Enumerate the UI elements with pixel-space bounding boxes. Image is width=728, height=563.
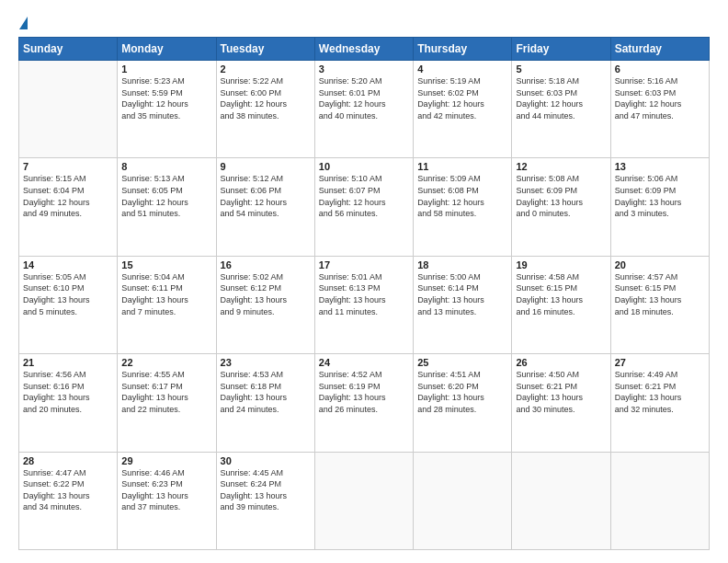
logo-triangle-icon <box>19 17 28 29</box>
day-info: Sunrise: 5:16 AMSunset: 6:03 PMDaylight:… <box>615 75 705 121</box>
day-info: Sunrise: 5:10 AMSunset: 6:07 PMDaylight:… <box>319 173 409 219</box>
day-info: Sunrise: 5:12 AMSunset: 6:06 PMDaylight:… <box>221 173 311 219</box>
day-number: 25 <box>417 357 507 368</box>
day-info: Sunrise: 5:13 AMSunset: 6:05 PMDaylight:… <box>121 173 211 219</box>
day-info: Sunrise: 5:05 AMSunset: 6:10 PMDaylight:… <box>23 271 113 317</box>
day-info: Sunrise: 4:58 AMSunset: 6:15 PMDaylight:… <box>516 271 606 317</box>
calendar-cell: 17Sunrise: 5:01 AMSunset: 6:13 PMDayligh… <box>314 256 413 353</box>
day-info: Sunrise: 4:53 AMSunset: 6:18 PMDaylight:… <box>221 369 311 415</box>
calendar-cell: 11Sunrise: 5:09 AMSunset: 6:08 PMDayligh… <box>414 158 512 256</box>
calendar-cell <box>19 61 118 158</box>
day-info: Sunrise: 5:02 AMSunset: 6:12 PMDaylight:… <box>221 271 311 317</box>
calendar-header-saturday: Saturday <box>610 38 709 61</box>
calendar-cell: 7Sunrise: 5:15 AMSunset: 6:04 PMDaylight… <box>19 158 118 256</box>
calendar-header-monday: Monday <box>118 38 216 61</box>
calendar-header-friday: Friday <box>512 38 610 61</box>
calendar-cell: 27Sunrise: 4:49 AMSunset: 6:21 PMDayligh… <box>610 354 709 452</box>
calendar-table: SundayMondayTuesdayWednesdayThursdayFrid… <box>18 37 710 550</box>
calendar-cell: 16Sunrise: 5:02 AMSunset: 6:12 PMDayligh… <box>216 256 314 353</box>
calendar-cell: 5Sunrise: 5:18 AMSunset: 6:03 PMDaylight… <box>512 61 610 158</box>
calendar-cell: 22Sunrise: 4:55 AMSunset: 6:17 PMDayligh… <box>118 354 216 452</box>
calendar-cell: 2Sunrise: 5:22 AMSunset: 6:00 PMDaylight… <box>216 61 314 158</box>
day-number: 16 <box>221 259 311 270</box>
day-info: Sunrise: 5:06 AMSunset: 6:09 PMDaylight:… <box>615 173 705 219</box>
calendar-row-4: 21Sunrise: 4:56 AMSunset: 6:16 PMDayligh… <box>19 354 710 452</box>
calendar-cell <box>314 452 413 549</box>
calendar-cell: 24Sunrise: 4:52 AMSunset: 6:19 PMDayligh… <box>314 354 413 452</box>
calendar-header-row: SundayMondayTuesdayWednesdayThursdayFrid… <box>19 38 710 61</box>
day-info: Sunrise: 4:46 AMSunset: 6:23 PMDaylight:… <box>121 467 211 513</box>
day-number: 11 <box>417 161 507 172</box>
day-info: Sunrise: 5:15 AMSunset: 6:04 PMDaylight:… <box>23 173 113 219</box>
day-info: Sunrise: 4:50 AMSunset: 6:21 PMDaylight:… <box>516 369 606 415</box>
day-number: 19 <box>516 259 606 270</box>
calendar-cell <box>610 452 709 549</box>
calendar-cell: 28Sunrise: 4:47 AMSunset: 6:22 PMDayligh… <box>19 452 118 549</box>
calendar-cell: 12Sunrise: 5:08 AMSunset: 6:09 PMDayligh… <box>512 158 610 256</box>
day-info: Sunrise: 4:51 AMSunset: 6:20 PMDaylight:… <box>417 369 507 415</box>
calendar-cell <box>512 452 610 549</box>
calendar-cell: 3Sunrise: 5:20 AMSunset: 6:01 PMDaylight… <box>314 61 413 158</box>
calendar-cell: 23Sunrise: 4:53 AMSunset: 6:18 PMDayligh… <box>216 354 314 452</box>
calendar-cell: 13Sunrise: 5:06 AMSunset: 6:09 PMDayligh… <box>610 158 709 256</box>
day-number: 8 <box>121 161 211 172</box>
day-info: Sunrise: 4:56 AMSunset: 6:16 PMDaylight:… <box>23 369 113 415</box>
day-info: Sunrise: 4:47 AMSunset: 6:22 PMDaylight:… <box>23 467 113 513</box>
calendar-row-3: 14Sunrise: 5:05 AMSunset: 6:10 PMDayligh… <box>19 256 710 353</box>
day-info: Sunrise: 5:04 AMSunset: 6:11 PMDaylight:… <box>121 271 211 317</box>
day-number: 10 <box>319 161 409 172</box>
calendar-row-5: 28Sunrise: 4:47 AMSunset: 6:22 PMDayligh… <box>19 452 710 549</box>
day-number: 2 <box>221 63 311 75</box>
day-number: 13 <box>615 161 705 172</box>
day-info: Sunrise: 5:19 AMSunset: 6:02 PMDaylight:… <box>417 75 507 121</box>
calendar-header-tuesday: Tuesday <box>216 38 314 61</box>
calendar-header-thursday: Thursday <box>414 38 512 61</box>
day-number: 12 <box>516 161 606 172</box>
day-number: 7 <box>23 161 113 172</box>
calendar-cell: 9Sunrise: 5:12 AMSunset: 6:06 PMDaylight… <box>216 158 314 256</box>
day-info: Sunrise: 4:45 AMSunset: 6:24 PMDaylight:… <box>221 467 311 513</box>
calendar-header-sunday: Sunday <box>19 38 118 61</box>
calendar-cell: 29Sunrise: 4:46 AMSunset: 6:23 PMDayligh… <box>118 452 216 549</box>
calendar-row-2: 7Sunrise: 5:15 AMSunset: 6:04 PMDaylight… <box>19 158 710 256</box>
day-info: Sunrise: 4:57 AMSunset: 6:15 PMDaylight:… <box>615 271 705 317</box>
day-number: 17 <box>319 259 409 270</box>
day-number: 22 <box>121 357 211 368</box>
day-number: 1 <box>121 63 211 75</box>
calendar-cell: 4Sunrise: 5:19 AMSunset: 6:02 PMDaylight… <box>414 61 512 158</box>
day-info: Sunrise: 5:00 AMSunset: 6:14 PMDaylight:… <box>417 271 507 317</box>
day-number: 18 <box>417 259 507 270</box>
day-number: 3 <box>319 63 409 75</box>
day-info: Sunrise: 5:01 AMSunset: 6:13 PMDaylight:… <box>319 271 409 317</box>
day-number: 14 <box>23 259 113 270</box>
day-info: Sunrise: 4:52 AMSunset: 6:19 PMDaylight:… <box>319 369 409 415</box>
calendar-cell: 14Sunrise: 5:05 AMSunset: 6:10 PMDayligh… <box>19 256 118 353</box>
day-number: 24 <box>319 357 409 368</box>
day-info: Sunrise: 5:23 AMSunset: 5:59 PMDaylight:… <box>121 75 211 121</box>
day-info: Sunrise: 5:08 AMSunset: 6:09 PMDaylight:… <box>516 173 606 219</box>
day-number: 5 <box>516 63 606 75</box>
day-number: 23 <box>221 357 311 368</box>
day-number: 15 <box>121 259 211 270</box>
day-number: 9 <box>221 161 311 172</box>
day-info: Sunrise: 4:55 AMSunset: 6:17 PMDaylight:… <box>121 369 211 415</box>
calendar-cell: 26Sunrise: 4:50 AMSunset: 6:21 PMDayligh… <box>512 354 610 452</box>
calendar-cell: 19Sunrise: 4:58 AMSunset: 6:15 PMDayligh… <box>512 256 610 353</box>
day-number: 26 <box>516 357 606 368</box>
day-info: Sunrise: 5:18 AMSunset: 6:03 PMDaylight:… <box>516 75 606 121</box>
logo <box>18 17 28 29</box>
calendar-cell: 10Sunrise: 5:10 AMSunset: 6:07 PMDayligh… <box>314 158 413 256</box>
day-number: 21 <box>23 357 113 368</box>
day-info: Sunrise: 5:09 AMSunset: 6:08 PMDaylight:… <box>417 173 507 219</box>
day-number: 30 <box>221 455 311 466</box>
calendar-header-wednesday: Wednesday <box>314 38 413 61</box>
day-number: 28 <box>23 455 113 466</box>
calendar-cell: 8Sunrise: 5:13 AMSunset: 6:05 PMDaylight… <box>118 158 216 256</box>
calendar-cell: 18Sunrise: 5:00 AMSunset: 6:14 PMDayligh… <box>414 256 512 353</box>
day-info: Sunrise: 4:49 AMSunset: 6:21 PMDaylight:… <box>615 369 705 415</box>
calendar-cell: 1Sunrise: 5:23 AMSunset: 5:59 PMDaylight… <box>118 61 216 158</box>
day-number: 6 <box>615 63 705 75</box>
calendar-cell <box>414 452 512 549</box>
day-number: 29 <box>121 455 211 466</box>
day-info: Sunrise: 5:20 AMSunset: 6:01 PMDaylight:… <box>319 75 409 121</box>
